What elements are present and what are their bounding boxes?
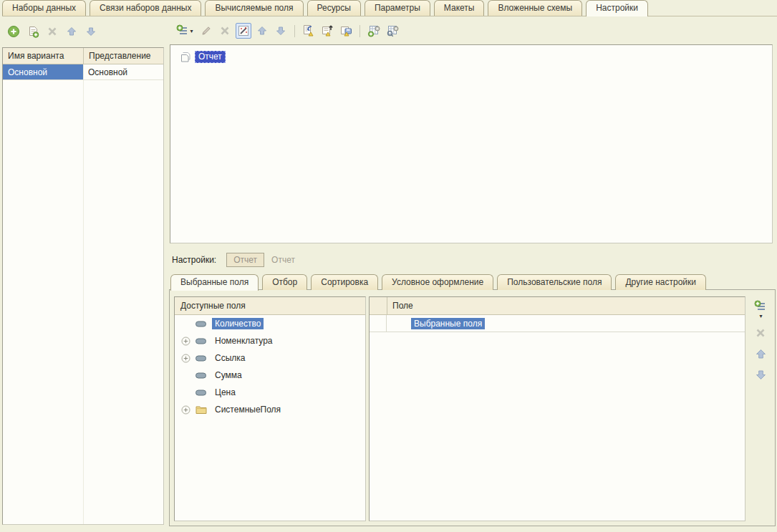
settings-find-button[interactable] (385, 23, 400, 39)
tab-user-fields[interactable]: Пользовательские поля (497, 274, 612, 290)
expand-plus-icon (181, 337, 190, 346)
tab-resources[interactable]: Ресурсы (307, 0, 361, 16)
field-label[interactable]: Номенклатура (212, 335, 276, 347)
expand-button[interactable] (180, 405, 190, 415)
expand-plus-icon (181, 405, 190, 415)
field-icon (196, 321, 206, 327)
report-save-icon (339, 24, 353, 37)
field-label[interactable]: Сумма (212, 369, 245, 381)
folder-icon (196, 405, 207, 414)
delete-button[interactable] (44, 24, 60, 39)
column-header-presentation[interactable]: Представление (83, 48, 163, 64)
variant-presentation-cell[interactable]: Основной (83, 64, 163, 79)
use-cell[interactable] (370, 315, 387, 332)
report-save-button[interactable] (338, 23, 354, 39)
copy-add-button[interactable] (25, 24, 41, 39)
expand-button[interactable] (180, 354, 190, 363)
field-item-nomenklatura[interactable]: Номенклатура (175, 332, 365, 349)
field-item-ssylka[interactable]: Ссылка (175, 349, 365, 367)
tab-filter[interactable]: Отбор (262, 274, 307, 290)
add-field-button[interactable]: ▾ (753, 299, 768, 320)
field-item-kolichestvo[interactable]: Количество (175, 315, 365, 332)
structure-root-item[interactable]: Отчет (179, 51, 226, 63)
edit-button[interactable] (198, 23, 214, 39)
report-export-button[interactable] (319, 23, 335, 39)
structure-tree-panel[interactable]: Отчет (170, 44, 773, 243)
settings-find-icon (385, 24, 400, 37)
available-fields-header: Доступные поля (175, 297, 365, 315)
selected-fields-header: Поле (370, 297, 745, 315)
column-header-variant-name[interactable]: Имя варианта (3, 48, 83, 64)
delete-field-button[interactable] (753, 325, 768, 341)
field-item-tsena[interactable]: Цена (175, 384, 365, 401)
move-down-button[interactable] (273, 23, 289, 39)
selected-fields-root-row[interactable]: Выбранные поля (370, 315, 745, 332)
settings-add-icon (367, 24, 381, 37)
dcs-designer-window: Наборы данных Связи наборов данных Вычис… (0, 0, 777, 532)
variants-table: Имя варианта Представление Основной Осно… (2, 47, 164, 525)
selected-fields-toolbar: ▾ (751, 299, 770, 382)
tab-conditional-appearance[interactable]: Условное оформление (382, 274, 493, 290)
field-label[interactable]: Количество (212, 318, 264, 329)
tab-label: Другие настройки (625, 277, 696, 287)
tab-data-sets[interactable]: Наборы данных (2, 0, 86, 16)
tab-label: Ресурсы (317, 3, 351, 13)
tab-label: Наборы данных (12, 3, 76, 13)
structure-toolbar: ▾ (174, 22, 400, 39)
move-field-up-button[interactable] (753, 346, 768, 362)
move-down-button[interactable] (83, 24, 99, 39)
tab-nested-schemas[interactable]: Вложенные схемы (488, 0, 582, 16)
tab-label: Связи наборов данных (100, 3, 191, 13)
expand-plus-icon (181, 354, 190, 363)
dropdown-arrow-icon: ▾ (759, 313, 762, 319)
field-column-header: Поле (387, 297, 745, 314)
toolbar-separator (294, 25, 295, 37)
field-label[interactable]: Цена (212, 387, 238, 398)
add-element-button[interactable]: ▾ (174, 23, 196, 39)
available-fields-table[interactable]: Доступные поля Количество Номенклатура (174, 296, 366, 521)
top-tabstrip: Наборы данных Связи наборов данных Вычис… (2, 0, 777, 16)
add-menu-icon (176, 24, 189, 37)
tab-data-set-links[interactable]: Связи наборов данных (90, 0, 201, 16)
delete-element-button[interactable] (217, 23, 233, 39)
expand-button[interactable] (180, 337, 190, 346)
move-up-icon (66, 26, 77, 37)
selected-fields-page: Доступные поля Количество Номенклатура (169, 289, 776, 526)
copy-add-icon (26, 25, 39, 38)
tab-settings[interactable]: Настройки (586, 0, 648, 16)
settings-add-button[interactable] (366, 23, 382, 39)
report-open-icon (301, 24, 316, 37)
move-field-down-button[interactable] (753, 367, 768, 382)
use-column-header (370, 297, 387, 314)
tab-parameters[interactable]: Параметры (365, 0, 430, 16)
report-open-button[interactable] (301, 23, 317, 39)
delete-icon (219, 25, 231, 37)
add-button[interactable] (6, 24, 21, 39)
tab-label: Пользовательские поля (507, 277, 602, 287)
tab-calculated-fields[interactable]: Вычисляемые поля (205, 0, 303, 16)
tab-templates[interactable]: Макеты (434, 0, 485, 16)
tab-label: Настройки (596, 3, 638, 13)
move-down-icon (275, 25, 286, 37)
structure-root-label[interactable]: Отчет (195, 51, 226, 63)
settings-header-row: Настройки: Отчет Отчет (172, 251, 295, 269)
settings-path-button[interactable]: Отчет (226, 253, 264, 267)
move-up-button[interactable] (254, 23, 270, 39)
move-up-button[interactable] (64, 24, 79, 39)
tab-other-settings[interactable]: Другие настройки (615, 274, 706, 290)
tab-selected-fields[interactable]: Выбранные поля (170, 274, 259, 291)
tab-label: Сортировка (321, 277, 368, 287)
wizard-mode-button[interactable] (236, 23, 251, 39)
selected-fields-table[interactable]: Поле Выбранные поля (369, 296, 745, 521)
field-item-summa[interactable]: Сумма (175, 367, 365, 384)
tab-order[interactable]: Сортировка (311, 274, 378, 290)
variants-table-header: Имя варианта Представление (3, 48, 163, 64)
field-label[interactable]: Ссылка (212, 352, 248, 364)
report-export-icon (320, 24, 334, 37)
field-icon (196, 355, 206, 362)
field-label[interactable]: СистемныеПоля (212, 404, 284, 415)
variant-row[interactable]: Основной Основной (3, 64, 163, 80)
variant-name-cell[interactable]: Основной (3, 64, 83, 79)
field-item-sistemnye-polya[interactable]: СистемныеПоля (175, 401, 365, 418)
selected-fields-root-label[interactable]: Выбранные поля (411, 318, 485, 329)
